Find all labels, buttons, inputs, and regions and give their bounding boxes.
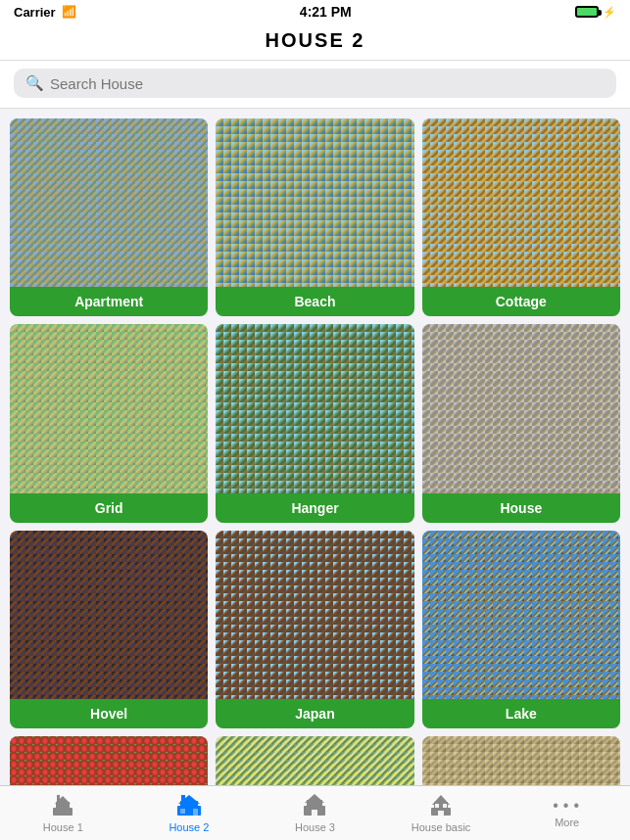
search-icon: 🔍 [25,74,44,92]
svg-rect-14 [312,810,317,816]
housebasic-icon [427,792,455,819]
house3-icon [301,792,328,819]
grid-item-lake[interactable]: Lake [422,531,620,728]
tab-house1-label: House 1 [43,821,83,833]
tab-more-label: More [555,817,579,828]
thumb-beach [216,118,413,287]
wifi-icon: 📶 [62,5,76,19]
thumb-cottage [422,118,620,287]
label-hovel: Hovel [10,699,208,728]
svg-rect-20 [443,804,447,808]
thumb-japan [216,531,413,699]
label-cottage: Cottage [422,287,620,316]
grid-item-apartment[interactable]: Apartment [10,118,208,316]
thumb-house [422,324,620,492]
house1-icon [49,792,76,819]
status-right: ⚡ [575,6,616,19]
svg-rect-4 [57,795,60,797]
status-bar: Carrier 📶 4:21 PM ⚡ [0,0,630,23]
status-time: 4:21 PM [300,4,352,20]
page-title: HOUSE 2 [0,29,630,52]
tab-housebasic-label: House basic [412,821,471,833]
tab-house3[interactable]: House 3 [252,788,378,837]
search-bar: 🔍 [0,61,630,109]
house2-icon [175,792,203,819]
label-apartment: Apartment [10,287,208,316]
grid-item-beach[interactable]: Beach [216,118,413,316]
svg-rect-8 [181,795,185,802]
more-dots-icon: ••• [553,797,581,815]
thumb-lake [422,531,620,699]
grid-item-hanger[interactable]: Hanger [216,324,413,522]
label-lake: Lake [422,699,620,728]
status-left: Carrier 📶 [14,5,76,20]
svg-marker-17 [432,795,450,805]
svg-rect-9 [193,809,198,816]
label-house: House [422,493,620,523]
label-japan: Japan [216,699,413,728]
search-wrap[interactable]: 🔍 [14,69,616,98]
search-input[interactable] [50,75,605,92]
svg-rect-18 [438,811,444,816]
grid-item-grid[interactable]: Grid [10,324,208,522]
tab-more[interactable]: ••• More [504,793,630,832]
svg-rect-10 [180,809,185,814]
thumb-hanger [216,324,413,492]
battery-icon [575,6,599,18]
nav-bar: HOUSE 2 [0,23,630,61]
svg-rect-19 [435,804,439,808]
thumb-grid [10,324,208,492]
tab-house1[interactable]: House 1 [0,788,126,837]
grid-item-hovel[interactable]: Hovel [10,531,208,728]
grid-item-cottage[interactable]: Cottage [422,118,620,316]
tab-house2-label: House 2 [169,821,209,833]
grid-item-house[interactable]: House [422,324,620,522]
thumb-hovel [10,531,208,699]
svg-marker-13 [305,794,324,803]
tab-housebasic[interactable]: House basic [378,788,505,837]
thumb-apartment [10,118,208,287]
grid-container: ApartmentBeachCottageGridHangerHouseHove… [0,109,630,840]
lightning-icon: ⚡ [603,6,616,19]
tab-bar: House 1 House 2 House 3 [0,785,630,840]
label-hanger: Hanger [216,493,413,523]
grid-item-japan[interactable]: Japan [216,531,413,728]
label-grid: Grid [10,493,208,523]
tab-house2[interactable]: House 2 [126,788,253,837]
carrier-label: Carrier [14,5,56,20]
tab-house3-label: House 3 [295,821,335,833]
label-beach: Beach [216,287,413,316]
